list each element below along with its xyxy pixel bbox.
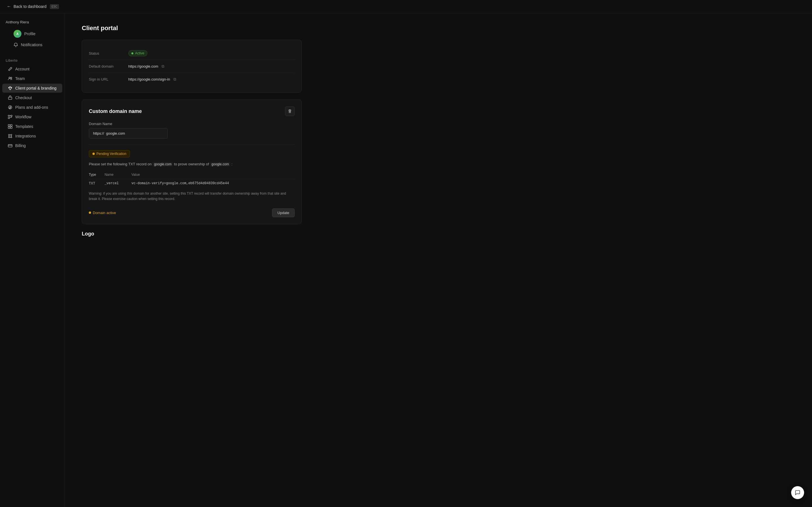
warning-text: Warning: if you are using this domain fo…: [89, 191, 295, 202]
verify-instructions: Please set the following TXT record on g…: [89, 161, 295, 167]
circle-dollar-icon: [8, 105, 12, 110]
domain-active-label: Domain active: [89, 211, 116, 215]
dns-value: vc-domain-verify=google.com,eb675d4d0483…: [132, 179, 295, 186]
sign-in-url-value: https://google.com/sign-in ⧉: [128, 76, 177, 82]
sidebar-item-account[interactable]: Account: [2, 64, 62, 73]
svg-point-14: [11, 134, 12, 135]
pending-dot: [93, 153, 95, 155]
divider: [89, 144, 295, 145]
svg-point-13: [8, 134, 10, 135]
svg-marker-2: [8, 87, 12, 90]
verify-text-pre: Please set the following TXT record on: [89, 162, 152, 166]
default-domain-row: Default domain https://google.com ⧉: [89, 60, 295, 73]
user-section: Anthony Riera A Profile Notifications: [0, 20, 64, 54]
wrench-icon: [8, 67, 12, 71]
profile-label: Profile: [24, 32, 36, 36]
svg-rect-7: [11, 115, 12, 116]
sidebar-item-workflow[interactable]: Workflow: [2, 112, 62, 121]
status-label: Status: [89, 51, 128, 55]
domain-name-form-label: Domain Name: [89, 122, 295, 126]
dns-col-name: Name: [105, 172, 132, 179]
default-domain-label: Default domain: [89, 64, 128, 68]
svg-rect-10: [10, 124, 12, 126]
user-name: Anthony Riera: [6, 20, 59, 24]
org-section-label: Liberto: [0, 54, 64, 64]
sign-in-url-label: Sign in URL: [89, 77, 128, 81]
team-label: Team: [15, 76, 25, 81]
active-label: Active: [135, 51, 144, 55]
svg-rect-6: [8, 115, 10, 116]
workflow-label: Workflow: [15, 115, 31, 119]
layout: Anthony Riera A Profile Notifications Li…: [0, 13, 812, 507]
verify-domain2: google.com: [210, 162, 231, 166]
sign-in-url-text: https://google.com/sign-in: [128, 77, 170, 81]
domain-name-input[interactable]: [89, 128, 168, 138]
domain-active-dot: [89, 212, 91, 214]
sidebar-item-plans-addons[interactable]: Plans and add-ons: [2, 103, 62, 112]
sidebar-item-team[interactable]: Team: [2, 74, 62, 83]
sidebar-item-profile[interactable]: A Profile: [8, 27, 57, 40]
bag-icon: [8, 96, 12, 100]
default-domain-value: https://google.com ⧉: [128, 63, 165, 69]
account-label: Account: [15, 67, 30, 71]
back-arrow-icon: ←: [7, 4, 11, 9]
dns-col-type: Type: [89, 172, 105, 179]
chat-icon: [795, 490, 801, 496]
custom-domain-title-row: Custom domain name: [89, 107, 295, 116]
pending-badge-label: Pending Verification: [96, 152, 126, 156]
main-content: Client portal Status Active Default doma…: [65, 13, 319, 507]
dns-table: Type Name Value TXT _vercel vc-domain-ve…: [89, 172, 295, 186]
sidebar-item-notifications[interactable]: Notifications: [8, 40, 57, 49]
status-row: Status Active: [89, 47, 295, 60]
status-card: Status Active Default domain https://goo…: [82, 40, 302, 93]
domain-active-text: Domain active: [93, 211, 116, 215]
active-dot: [132, 52, 133, 54]
top-bar: ← Back to dashboard ESC: [0, 0, 812, 13]
copy-signin-icon[interactable]: ⧉: [172, 76, 177, 82]
status-value: Active: [128, 50, 147, 56]
svg-rect-9: [8, 124, 10, 126]
verify-text-end: :: [232, 162, 233, 166]
sign-in-url-row: Sign in URL https://google.com/sign-in ⧉: [89, 73, 295, 86]
default-domain-text: https://google.com: [128, 64, 158, 68]
integrations-icon: [8, 134, 12, 138]
checkout-label: Checkout: [15, 96, 32, 100]
sidebar-item-templates[interactable]: Templates: [2, 122, 62, 131]
trash-icon: [288, 109, 292, 114]
card-footer: Domain active Update: [89, 204, 295, 217]
update-button[interactable]: Update: [272, 209, 295, 217]
billing-label: Billing: [15, 144, 26, 148]
svg-rect-17: [8, 145, 12, 147]
dns-table-row: TXT _vercel vc-domain-verify=google.com,…: [89, 179, 295, 186]
integrations-label: Integrations: [15, 134, 36, 138]
verify-text-mid: to prove ownership of: [174, 162, 209, 166]
copy-domain-icon[interactable]: ⧉: [160, 63, 165, 69]
notifications-label: Notifications: [21, 43, 42, 47]
avatar: A: [13, 30, 21, 38]
svg-point-0: [9, 77, 10, 78]
team-icon: [8, 76, 12, 81]
pending-verification-badge: Pending Verification: [89, 150, 130, 158]
delete-domain-button[interactable]: [285, 107, 295, 116]
card-icon: [8, 144, 12, 148]
dns-type: TXT: [89, 179, 105, 186]
back-to-dashboard-link[interactable]: ← Back to dashboard ESC: [7, 4, 59, 9]
svg-rect-8: [8, 117, 10, 119]
page-title: Client portal: [82, 24, 302, 32]
sidebar-item-integrations[interactable]: Integrations: [2, 131, 62, 140]
dns-table-header: Type Name Value: [89, 172, 295, 179]
logo-section-title: Logo: [82, 231, 302, 237]
chat-fab-button[interactable]: [791, 486, 804, 499]
sidebar: Anthony Riera A Profile Notifications Li…: [0, 13, 65, 507]
sidebar-item-checkout[interactable]: Checkout: [2, 93, 62, 102]
svg-point-16: [11, 136, 12, 138]
sidebar-item-client-portal-branding[interactable]: Client portal & branding: [2, 83, 62, 93]
active-badge: Active: [128, 50, 147, 56]
dns-col-value: Value: [132, 172, 295, 179]
verify-domain1: google.com: [153, 162, 173, 166]
bell-icon: [13, 43, 18, 47]
dns-name: _vercel: [105, 179, 132, 186]
plans-addons-label: Plans and add-ons: [15, 105, 48, 110]
back-label: Back to dashboard: [13, 4, 47, 9]
sidebar-item-billing[interactable]: Billing: [2, 141, 62, 150]
